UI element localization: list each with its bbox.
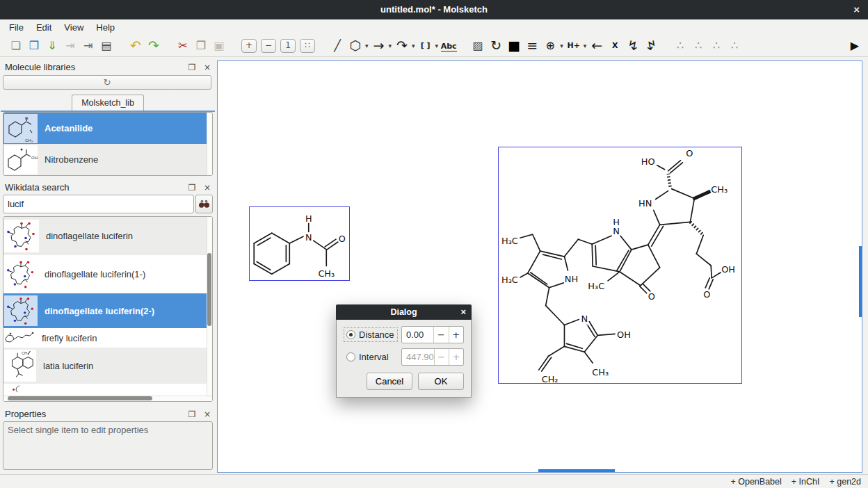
line-width-button[interactable]: ≡ bbox=[523, 38, 541, 54]
new-document-button[interactable]: ❏ bbox=[7, 38, 25, 54]
properties-message: Select single item to edit properties bbox=[3, 421, 213, 470]
rotate-tool-button[interactable]: ↻ bbox=[487, 38, 505, 54]
wikidata-search-input[interactable] bbox=[3, 195, 194, 213]
hydrogen-tool-dropdown[interactable]: ▾ bbox=[584, 42, 587, 49]
color-swatch-button[interactable]: ■ bbox=[505, 38, 523, 54]
molecule-thumbnail bbox=[4, 384, 32, 393]
close-panel-icon[interactable]: × bbox=[204, 409, 211, 419]
zoom-out-button[interactable]: − bbox=[261, 39, 276, 53]
svg-text:HO: HO bbox=[641, 156, 655, 167]
float-panel-icon[interactable]: ❐ bbox=[188, 409, 196, 419]
draw-bond-button[interactable]: ╱ bbox=[328, 38, 346, 54]
close-panel-icon[interactable]: × bbox=[204, 183, 211, 193]
menu-file[interactable]: File bbox=[3, 21, 30, 34]
reaction-arrow-dropdown[interactable]: ▾ bbox=[389, 42, 392, 49]
zoom-in-button[interactable]: + bbox=[241, 39, 257, 53]
charge-tool-button[interactable]: ⊕ bbox=[541, 38, 559, 54]
float-panel-icon[interactable]: ❐ bbox=[188, 63, 196, 72]
mechanism-arrow-dropdown[interactable]: ▾ bbox=[412, 42, 415, 49]
results-horizontal-scroll-thumb[interactable] bbox=[8, 396, 152, 400]
svg-text:O: O bbox=[703, 289, 710, 300]
library-scrollbar[interactable] bbox=[207, 113, 212, 175]
export-button[interactable]: ⇥ bbox=[79, 38, 97, 54]
bracket-tool-icon: [ ] bbox=[421, 41, 431, 50]
ok-button[interactable]: OK bbox=[418, 373, 464, 390]
cancel-button[interactable]: Cancel bbox=[367, 373, 412, 390]
refresh-libraries-button[interactable]: ↻ bbox=[3, 75, 211, 90]
left-dock: Molecule libraries ❐ × ↻ Molsketch_lib C… bbox=[0, 57, 216, 474]
hydrogen-tool-button[interactable]: H+ bbox=[565, 38, 583, 54]
bond-flip-tool-button[interactable]: ↯ bbox=[624, 38, 642, 54]
bond-flip-mirror-tool-button[interactable]: ↯ bbox=[642, 38, 660, 54]
menu-view[interactable]: View bbox=[58, 21, 90, 34]
interval-increment-button: + bbox=[449, 349, 463, 365]
canvas-horizontal-scroll-thumb[interactable] bbox=[538, 469, 615, 472]
dialog-titlebar[interactable]: Dialog × bbox=[336, 304, 472, 320]
open-file-button[interactable]: ❒ bbox=[25, 38, 43, 54]
zoom-original-button[interactable]: 1 bbox=[280, 39, 296, 53]
library-item[interactable]: CH₃HAcetanilide bbox=[3, 113, 212, 144]
close-panel-icon[interactable]: × bbox=[204, 63, 211, 72]
ring-tool-dropdown[interactable]: ▾ bbox=[365, 42, 369, 49]
float-panel-icon[interactable]: ❐ bbox=[188, 183, 196, 193]
menu-help[interactable]: Help bbox=[90, 21, 121, 34]
search-result-item[interactable]: dinoflagellate luciferin(2-) bbox=[3, 293, 212, 328]
search-result-item[interactable] bbox=[3, 384, 212, 394]
distance-label: Distance bbox=[359, 330, 394, 340]
bracket-tool-button[interactable]: [ ] bbox=[417, 38, 435, 54]
save-button[interactable]: ⇓ bbox=[43, 38, 61, 54]
window-close-button[interactable]: × bbox=[853, 0, 860, 19]
drawing-canvas[interactable]: HNOCH₃ HOOCH₃HNHNH₃CH₃CNHH₃COOHONOHCH₃CH… bbox=[217, 60, 862, 473]
bracket-tool-dropdown[interactable]: ▾ bbox=[435, 42, 439, 49]
search-result-item[interactable]: firefly luciferin bbox=[3, 328, 212, 348]
attach-tool-button[interactable]: ← bbox=[588, 38, 606, 54]
charge-tool-dropdown[interactable]: ▾ bbox=[560, 42, 563, 49]
chain-tool-2-button[interactable]: ∴ bbox=[689, 38, 707, 54]
distance-decrement-button[interactable]: − bbox=[433, 327, 448, 343]
ring-tool-button[interactable]: ⬡ bbox=[346, 38, 364, 54]
paste-button[interactable]: ▣ bbox=[210, 38, 228, 54]
svg-text:N: N bbox=[581, 314, 588, 324]
dialog-close-button[interactable]: × bbox=[460, 304, 466, 320]
zoom-fit-button[interactable]: ∷ bbox=[300, 39, 315, 53]
cut-icon: ✂ bbox=[178, 39, 187, 52]
tab-molsketch-lib[interactable]: Molsketch_lib bbox=[72, 95, 144, 111]
statusbar: + OpenBabel+ InChI+ gen2d bbox=[0, 474, 868, 488]
reaction-arrow-button[interactable]: → bbox=[370, 38, 388, 54]
interval-radio[interactable] bbox=[346, 352, 355, 361]
status-indicator-1: + OpenBabel bbox=[730, 477, 781, 487]
library-item[interactable]: OHNitrobenzene bbox=[3, 144, 212, 175]
chain-tool-4-button[interactable]: ∴ bbox=[725, 38, 744, 54]
distance-increment-button[interactable]: + bbox=[449, 327, 463, 343]
redo-button[interactable]: ↷ bbox=[145, 38, 163, 54]
molecule-luciferin[interactable]: HOOCH₃HNHNH₃CH₃CNHH₃COOHONOHCH₃CH₂ bbox=[498, 147, 742, 384]
distance-value[interactable]: 0.00 bbox=[402, 327, 433, 343]
canvas-vertical-scroll-thumb[interactable] bbox=[859, 246, 862, 317]
molecule-acetanilide[interactable]: HNOCH₃ bbox=[249, 206, 350, 281]
mechanism-arrow-button[interactable]: ↷ bbox=[393, 38, 411, 54]
undo-button[interactable]: ↶ bbox=[127, 38, 145, 54]
panel-wikidata-search: Wikidata search ❐ × bbox=[0, 181, 216, 402]
save-icon: ⇓ bbox=[47, 39, 56, 52]
panel-title-properties: Properties bbox=[5, 409, 46, 419]
search-result-item[interactable]: dinoflagellate luciferin bbox=[3, 217, 212, 255]
delete-tool-button[interactable]: X bbox=[606, 38, 624, 54]
cut-button[interactable]: ✂ bbox=[174, 38, 192, 54]
toolbar-overflow-button[interactable]: ▶ bbox=[846, 38, 864, 54]
text-tool-button[interactable]: Abc bbox=[440, 38, 458, 54]
import-button[interactable]: ⇥ bbox=[61, 38, 79, 54]
search-button[interactable] bbox=[195, 195, 213, 213]
interval-label: Interval bbox=[359, 352, 389, 362]
search-result-item[interactable]: dinoflagellate luciferin(1-) bbox=[3, 255, 212, 293]
hatch-tool-button[interactable]: ▨ bbox=[469, 38, 487, 54]
search-result-item[interactable]: CH₃latia luciferin bbox=[3, 348, 212, 384]
results-vertical-scroll-thumb[interactable] bbox=[207, 253, 211, 326]
copy-button[interactable]: ❐ bbox=[192, 38, 210, 54]
molecule-thumbnail bbox=[4, 220, 39, 252]
distance-radio[interactable] bbox=[346, 330, 355, 339]
menu-edit[interactable]: Edit bbox=[30, 21, 58, 34]
interval-spinbox: 447.90 − + bbox=[401, 348, 464, 366]
chain-tool-1-button[interactable]: ∴ bbox=[671, 38, 689, 54]
chain-tool-3-button[interactable]: ∴ bbox=[707, 38, 725, 54]
print-button[interactable]: ▤ bbox=[97, 38, 115, 54]
